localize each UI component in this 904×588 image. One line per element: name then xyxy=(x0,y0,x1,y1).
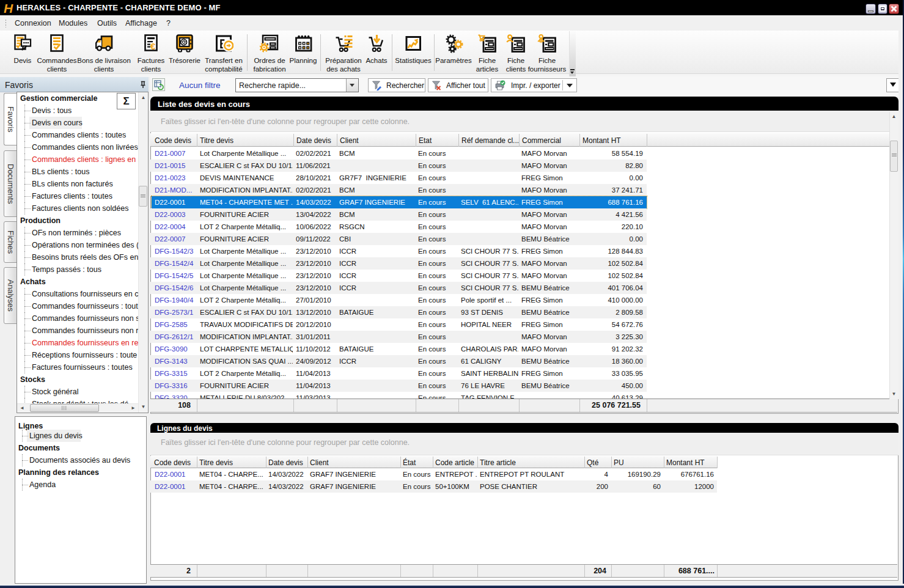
svg-text:€: € xyxy=(150,41,156,51)
